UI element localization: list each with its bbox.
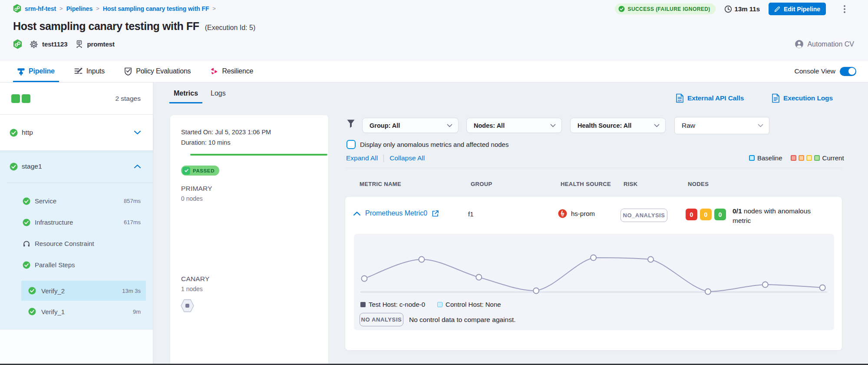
svg-text:API: API [677, 100, 682, 102]
api-document-icon: API [676, 93, 684, 103]
tab-pipeline[interactable]: Pipeline [13, 60, 59, 82]
step-row: Verify_2 13m 3s [0, 281, 153, 301]
chevron-down-icon[interactable] [134, 130, 141, 135]
chevron-down-icon [550, 124, 556, 127]
metric-health-source: hs-prom [558, 209, 595, 218]
current-swatch-red [791, 155, 796, 161]
breadcrumb-pipelines[interactable]: Pipelines [66, 5, 93, 12]
breadcrumb-project[interactable]: srm-hf-test [25, 5, 56, 12]
stage-count: 2 stages [115, 95, 141, 103]
tab-inputs[interactable]: Inputs [70, 60, 109, 82]
canary-node-hexagon[interactable] [181, 299, 194, 313]
resource-constraint-icon [23, 240, 30, 248]
page-header: srm-hf-test > Pipelines > Host sampling … [0, 0, 868, 60]
duration-label: 13m 11s [735, 5, 760, 13]
data-mode-select[interactable]: Raw [674, 117, 769, 134]
pencil-icon [774, 6, 780, 12]
status-badge: SUCCESS (FAILURE IGNORED) [615, 3, 716, 14]
triggered-by: Automation CV [795, 40, 854, 49]
anomalous-checkbox-label[interactable]: Display only anomalous metrics and affec… [360, 141, 508, 148]
external-link-icon [432, 210, 439, 217]
chevron-down-icon [447, 124, 452, 127]
execution-logs-link[interactable]: Execution Logs [772, 93, 833, 103]
stage-status-square [11, 94, 20, 103]
page-title: Host sampling canary testing with FF [13, 20, 199, 33]
breadcrumb-pipeline-name[interactable]: Host sampling canary testing with FF [103, 5, 209, 12]
divider [383, 155, 384, 162]
tab-policy-evaluations[interactable]: Policy Evaluations [120, 60, 195, 82]
step-list: Service 857ms Infrastructure 617ms Resou… [0, 183, 153, 322]
step-item-verify-2[interactable]: Verify_2 13m 3s [21, 281, 146, 301]
collapse-row-chevron-icon[interactable] [353, 211, 361, 216]
baseline-swatch [749, 155, 755, 161]
tab-resilience-label: Resilience [222, 67, 253, 75]
run-duration: Duration: 10 mins [181, 137, 271, 148]
step-duration: 617ms [124, 219, 141, 226]
filter-funnel-icon[interactable] [347, 119, 355, 128]
step-label: Infrastructure [35, 219, 73, 226]
execution-logs-label: Execution Logs [783, 94, 833, 102]
metric-name-link[interactable]: Prometheus Metric0 [365, 209, 439, 217]
step-item-resource-constraint[interactable]: Resource Constraint [0, 233, 153, 254]
success-check-icon [10, 129, 18, 137]
policy-shield-icon [124, 67, 132, 76]
edit-pipeline-button[interactable]: Edit Pipeline [769, 3, 826, 15]
node-count-green: 0 [714, 209, 726, 220]
step-item-parallel-steps[interactable]: Parallel Steps [0, 254, 153, 275]
more-options-menu[interactable] [842, 3, 847, 15]
canary-node-count: 1 nodes [181, 285, 203, 292]
step-label: Verify_2 [41, 287, 65, 295]
stage-item-http[interactable]: http [0, 115, 153, 150]
check-icon [182, 167, 190, 175]
chevron-down-icon [758, 124, 763, 127]
execution-stages-sidebar: 2 stages http stage1 Service 857ms [0, 83, 153, 364]
group-filter-dropdown[interactable]: Group: All [362, 118, 459, 133]
step-item-infrastructure[interactable]: Infrastructure 617ms [0, 212, 153, 233]
breadcrumb: srm-hf-test > Pipelines > Host sampling … [13, 4, 216, 13]
anomalous-checkbox[interactable] [347, 140, 356, 149]
expand-all-link[interactable]: Expand All [346, 154, 378, 162]
risk-badge: NO_ANALYSIS [620, 209, 667, 222]
console-view-control: Console View [795, 60, 857, 82]
success-check-icon [28, 287, 36, 295]
external-api-calls-label: External API Calls [687, 94, 744, 102]
pipeline-icon [17, 67, 25, 76]
current-swatch-orange [799, 155, 804, 161]
chevron-up-icon[interactable] [134, 164, 141, 169]
step-label: Resource Constraint [35, 240, 94, 247]
verification-status-badge: PASSED [181, 166, 219, 176]
stage-status-square [22, 94, 30, 103]
collapse-all-link[interactable]: Collapse All [389, 154, 425, 162]
nodes-filter-dropdown[interactable]: Nodes: All [466, 118, 562, 133]
control-host-legend: Control Host: None [437, 301, 501, 308]
data-mode-value: Raw [682, 122, 695, 129]
node-count-red: 0 [686, 209, 697, 220]
header-actions: SUCCESS (FAILURE IGNORED) 13m 11s Edit P… [615, 3, 847, 15]
success-check-icon [10, 163, 18, 171]
prometheus-icon [558, 209, 567, 218]
success-check-icon [23, 197, 30, 205]
tab-resilience[interactable]: Resilience [206, 60, 257, 82]
nodes-text: metric [733, 217, 751, 224]
step-item-service[interactable]: Service 857ms [0, 190, 153, 212]
srm-module-icon [13, 39, 22, 49]
stage-item-stage1[interactable]: stage1 [0, 150, 153, 182]
metric-timeseries-chart[interactable] [354, 234, 834, 299]
nodes-fraction: 0/1 [733, 207, 742, 215]
current-swatch-green [814, 155, 820, 161]
console-view-toggle[interactable] [840, 67, 856, 76]
chart-series-legend: Test Host: c-node-0 Control Host: None [360, 301, 501, 308]
tab-metrics[interactable]: Metrics [169, 90, 202, 103]
resilience-icon [210, 67, 218, 75]
health-source-filter-dropdown[interactable]: Health Source: All [570, 118, 666, 133]
stage1-group: stage1 Service 857ms Infrastructure 617m… [0, 150, 153, 330]
chevron-down-icon [654, 124, 660, 127]
step-row: Verify_1 9m [0, 302, 153, 322]
current-legend-label: Current [822, 154, 844, 162]
details-tabs: Metrics Logs [169, 90, 230, 103]
step-item-verify-1[interactable]: Verify_1 9m [21, 302, 146, 322]
passed-label: PASSED [193, 168, 215, 173]
external-api-calls-link[interactable]: API External API Calls [676, 93, 744, 103]
tab-logs[interactable]: Logs [206, 90, 230, 103]
service-ref-label: promtest [87, 40, 114, 48]
